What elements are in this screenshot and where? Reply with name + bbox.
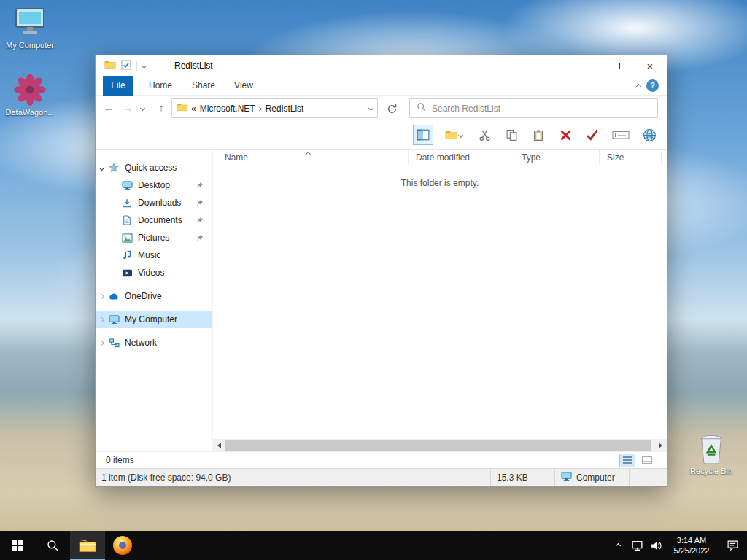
taskbar-firefox-button[interactable] xyxy=(105,531,140,560)
taskbar-search-button[interactable] xyxy=(35,531,70,560)
scroll-left-button[interactable] xyxy=(213,439,225,451)
search-box[interactable] xyxy=(409,98,658,118)
new-folder-button[interactable] xyxy=(440,125,468,145)
taskbar-file-explorer-button[interactable] xyxy=(70,531,105,560)
desktop-icon xyxy=(120,181,133,190)
recent-locations-icon[interactable] xyxy=(140,106,145,111)
folder-icon xyxy=(177,103,187,114)
column-header-type[interactable]: Type xyxy=(514,150,600,165)
tray-overflow-button[interactable] xyxy=(608,531,627,560)
delete-button[interactable] xyxy=(555,125,576,145)
sidebar-item-label: Downloads xyxy=(138,198,181,208)
sidebar-item-desktop[interactable]: Desktop xyxy=(96,176,212,194)
explorer-window: RedistList × File Home Share View ? ← → … xyxy=(95,55,667,487)
copy-icon xyxy=(506,129,518,141)
paste-button[interactable] xyxy=(528,125,549,145)
close-button[interactable]: × xyxy=(633,55,667,76)
search-input[interactable] xyxy=(432,104,651,114)
up-button[interactable]: ↑ xyxy=(152,99,170,117)
tab-file[interactable]: File xyxy=(103,76,133,96)
empty-folder-message: This folder is empty. xyxy=(213,178,667,188)
desktop-icon-label: My Computer xyxy=(1,41,58,50)
volume-tray-button[interactable] xyxy=(646,531,665,560)
sidebar-item-label: Desktop xyxy=(138,180,170,190)
minimize-icon xyxy=(579,66,587,66)
title-bar[interactable]: RedistList × xyxy=(96,55,667,76)
address-dropdown-icon[interactable] xyxy=(368,106,374,111)
network-globe-button[interactable] xyxy=(639,125,659,145)
copy-button[interactable] xyxy=(501,125,522,145)
navigation-bar: ← → ↑ « Microsoft.NET › RedistList xyxy=(96,96,667,121)
sidebar-item-label: Pictures xyxy=(138,233,169,243)
column-header-size[interactable]: Size xyxy=(600,150,662,165)
search-icon xyxy=(417,102,427,114)
cut-button[interactable] xyxy=(474,125,495,145)
sidebar-item-network[interactable]: Network xyxy=(96,334,212,351)
sidebar-item-downloads[interactable]: Downloads xyxy=(96,194,212,211)
network-icon xyxy=(107,338,120,348)
desktop-icon-my-computer[interactable]: My Computer xyxy=(1,6,58,50)
breadcrumb-redistlist[interactable]: RedistList xyxy=(266,104,304,114)
network-tray-button[interactable] xyxy=(627,531,646,560)
tab-share[interactable]: Share xyxy=(186,76,221,96)
horizontal-scrollbar[interactable] xyxy=(213,439,667,451)
system-tray: 3:14 AM 5/25/2022 xyxy=(608,531,747,560)
tab-home[interactable]: Home xyxy=(144,76,177,96)
desktop-icon-label: DataWagon... xyxy=(1,108,58,117)
close-icon: × xyxy=(647,61,654,71)
sidebar-item-label: My Computer xyxy=(125,314,177,324)
breadcrumb-overflow[interactable]: « xyxy=(191,104,196,114)
folder-icon[interactable] xyxy=(104,60,116,71)
chevron-down-icon[interactable] xyxy=(98,165,104,170)
chevron-right-icon[interactable] xyxy=(98,316,104,322)
sidebar-item-music[interactable]: Music xyxy=(96,246,212,264)
triangle-right-icon xyxy=(659,443,662,448)
start-button[interactable] xyxy=(0,531,35,560)
scroll-right-button[interactable] xyxy=(654,439,667,451)
details-view-button[interactable] xyxy=(619,454,635,467)
chevron-right-icon[interactable] xyxy=(98,340,104,345)
computer-icon xyxy=(107,315,120,324)
properties-check-icon[interactable] xyxy=(121,60,131,72)
view-switcher xyxy=(619,454,655,467)
refresh-button[interactable] xyxy=(384,101,400,117)
sidebar-item-documents[interactable]: Documents xyxy=(96,211,212,229)
forward-button[interactable]: → xyxy=(119,99,136,117)
chevron-down-icon[interactable] xyxy=(142,63,147,68)
address-bar[interactable]: « Microsoft.NET › RedistList xyxy=(171,98,378,118)
collapse-ribbon-icon[interactable] xyxy=(636,84,641,89)
clock-time: 3:14 AM xyxy=(674,535,710,545)
column-header-name[interactable]: Name xyxy=(213,150,409,165)
pin-icon xyxy=(196,216,204,226)
preview-pane-button[interactable] xyxy=(413,125,433,145)
sidebar-item-my-computer[interactable]: My Computer xyxy=(96,311,212,328)
scissors-icon xyxy=(479,129,491,141)
help-button[interactable]: ? xyxy=(646,79,659,92)
sidebar-item-videos[interactable]: Videos xyxy=(96,264,212,281)
chevron-right-icon[interactable] xyxy=(98,293,104,298)
rename-button[interactable] xyxy=(609,125,632,145)
minimize-button[interactable] xyxy=(566,55,600,76)
music-note-icon xyxy=(120,250,133,260)
sidebar-item-onedrive[interactable]: OneDrive xyxy=(96,287,212,305)
chevron-up-icon xyxy=(615,542,620,548)
large-icons-view-button[interactable] xyxy=(639,454,655,467)
confirm-button[interactable] xyxy=(582,125,603,145)
computer-zone-icon xyxy=(561,472,572,483)
new-folder-icon xyxy=(445,130,457,140)
back-button[interactable]: ← xyxy=(100,99,117,117)
action-center-button[interactable] xyxy=(718,531,747,560)
sidebar-item-quick-access[interactable]: Quick access xyxy=(96,159,212,176)
desktop-icon-datawagon[interactable]: DataWagon... xyxy=(1,73,58,117)
scrollbar-thumb[interactable] xyxy=(225,440,651,451)
tab-view[interactable]: View xyxy=(228,76,259,96)
status-bar: 0 items xyxy=(96,451,667,468)
pin-icon xyxy=(196,233,204,244)
desktop-icon-recycle-bin[interactable]: Recycle Bin xyxy=(683,432,740,475)
maximize-button[interactable] xyxy=(600,55,633,76)
breadcrumb-microsoft-net[interactable]: Microsoft.NET xyxy=(200,104,255,114)
sidebar-item-pictures[interactable]: Pictures xyxy=(96,229,212,246)
search-icon xyxy=(47,540,59,552)
taskbar-clock[interactable]: 3:14 AM 5/25/2022 xyxy=(665,531,718,560)
column-header-date-modified[interactable]: Date modified xyxy=(409,150,514,165)
